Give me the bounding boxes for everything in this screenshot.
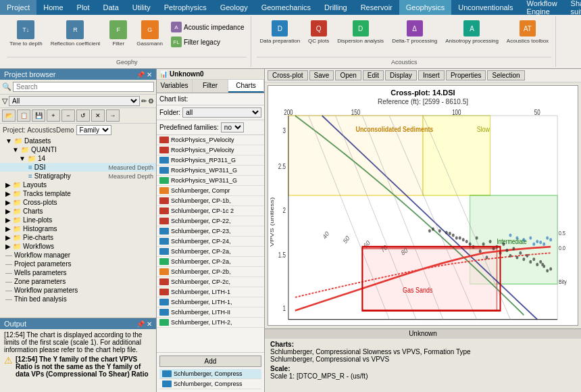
save-btn[interactable]: Save (309, 70, 334, 80)
crossplot-container[interactable]: Cross-plot: 14.DSI Reference (ft): [2599… (268, 85, 578, 326)
panel-close-btn[interactable]: ✕ (147, 71, 152, 78)
toolbar-delete-btn[interactable]: ✕ (91, 109, 105, 122)
chart-item-10[interactable]: Schlumberger, CP-24, (157, 237, 264, 247)
predef-select[interactable]: no (221, 122, 244, 132)
family-select[interactable]: Family (76, 125, 111, 135)
tab-shale-suite[interactable]: Shale suite (564, 0, 581, 15)
search-input[interactable] (13, 82, 154, 92)
tab-geology[interactable]: Geology (213, 0, 255, 15)
filter-select[interactable]: All (9, 96, 140, 106)
chart-item-17[interactable]: Schlumberger, LITH-II (157, 308, 264, 318)
chart-item-7[interactable]: Schlumberger, CP-1c 2 (157, 206, 264, 216)
ribbon-btn-qc-plots[interactable]: Q QC plots (305, 19, 332, 45)
folder-select[interactable]: all (182, 107, 261, 118)
ribbon-btn-anisotropy[interactable]: A Anisotropy processing (443, 19, 501, 45)
ribbon-btn-filter-legacy[interactable]: FL Filter legacy (168, 35, 247, 49)
tree-item-14[interactable]: ▼ 📁 14 (0, 154, 156, 163)
chart-item-15[interactable]: Schlumberger, LITH-1 (157, 287, 264, 297)
toolbar-expand-btn[interactable]: + (47, 109, 60, 122)
toolbar-collapse-btn[interactable]: − (61, 109, 75, 122)
chart-item-18[interactable]: Schlumberger, LITH-2, (157, 318, 264, 328)
ribbon-btn-filter[interactable]: F Filter (105, 19, 131, 48)
tab-workflow-engine[interactable]: Workflow Engine (520, 0, 564, 15)
plot-info-area: Cross-plot: 14.DSI Reference (ft): [2599… (265, 82, 581, 392)
chart-item-11[interactable]: Schlumberger, CP-2a, (157, 247, 264, 257)
tree-item-charts[interactable]: ▶ 📁 Charts (0, 207, 156, 216)
tab-home[interactable]: Home (36, 0, 70, 15)
tree-item-thin-bed[interactable]: — Thin bed analysis (0, 295, 156, 303)
ribbon-btn-time-to-depth[interactable]: T↓ Time to depth (7, 19, 45, 48)
tab-charts[interactable]: Charts (228, 80, 264, 93)
tab-drilling[interactable]: Drilling (318, 0, 354, 15)
chart-item-2[interactable]: RockPhysics_RP311_G (157, 155, 264, 166)
tab-unconventionals[interactable]: Unconventionals (451, 0, 520, 15)
tree-item-dsi[interactable]: ≡ DSI Measured Depth (0, 163, 156, 172)
crossplot-btn[interactable]: Cross-plot (268, 70, 308, 80)
tab-utility[interactable]: Utility (126, 0, 157, 15)
chart-item-14[interactable]: Schlumberger, CP-2c, (157, 277, 264, 287)
tab-geomechanics[interactable]: Geomechanics (255, 0, 318, 15)
output-close-btn[interactable]: ✕ (147, 320, 152, 328)
ribbon-btn-gassmann[interactable]: G Gassmann (134, 19, 166, 48)
tree-item-wells-params[interactable]: — Wells parameters (0, 268, 156, 277)
toolbar-new-btn[interactable]: 📋 (17, 109, 30, 122)
tree-item-cross-plots[interactable]: ▶ 📁 Cross-plots (0, 198, 156, 207)
panel-pin-btn[interactable]: 📌 (136, 71, 145, 78)
chart-item-12[interactable]: Schlumberger, CP-2a, (157, 257, 264, 267)
toolbar-refresh-btn[interactable]: ↺ (76, 109, 90, 122)
tree-item-quanti[interactable]: ▼ 📁 QUANTI (0, 145, 156, 154)
tab-filter[interactable]: Filter (193, 80, 228, 93)
ribbon-btn-reflection[interactable]: R Reflection coefficient (48, 19, 103, 48)
tree-item-stratigraphy[interactable]: ≡ Stratigraphy Measured Depth (0, 172, 156, 180)
selected-chart-1[interactable]: Schlumberger, Compress (159, 369, 261, 379)
chart-item-6[interactable]: Schlumberger, CP-1b, (157, 196, 264, 206)
add-chart-btn[interactable]: Add (159, 356, 261, 367)
toolbar-open-btn[interactable]: 📂 (2, 109, 16, 122)
chart-item-1[interactable]: RockPhysics_PVelocity (157, 145, 264, 155)
tree-item-workflows[interactable]: ▶ 📁 Workflows (0, 242, 156, 251)
tab-variables[interactable]: Variables (157, 80, 193, 93)
ribbon-btn-acoustic-impedance[interactable]: A Acoustic impedance (168, 20, 247, 34)
tab-project[interactable]: Project (0, 0, 36, 15)
properties-btn[interactable]: Properties (446, 70, 486, 80)
open-btn[interactable]: Open (335, 70, 361, 80)
chart-item-3[interactable]: RockPhysics_WP311_G (157, 166, 264, 176)
selected-chart-2[interactable]: Schlumberger, Compress (159, 379, 261, 389)
ribbon-btn-delta-t[interactable]: Δ Delta-T processing (389, 19, 440, 45)
toolbar-arrow-btn[interactable]: → (106, 109, 120, 122)
tab-reservoir[interactable]: Reservoir (354, 0, 399, 15)
chart-item-8[interactable]: Schlumberger, CP-22, (157, 216, 264, 226)
tree-item-pie-charts[interactable]: ▶ 📁 Pie-charts (0, 233, 156, 242)
tree-item-histograms[interactable]: ▶ 📁 Histograms (0, 224, 156, 233)
scale-value: Scale 1: [DTCO_MPS_R - (us/ft) (270, 372, 576, 380)
tree-item-workflow-manager[interactable]: — Workflow manager (0, 251, 156, 260)
tree-item-layouts[interactable]: ▶ 📁 Layouts (0, 180, 156, 189)
toolbar-save-btn[interactable]: 💾 (32, 109, 45, 122)
tab-plot[interactable]: Plot (70, 0, 97, 15)
tab-geophysics[interactable]: Geophysics (399, 0, 451, 15)
chart-item-16[interactable]: Schlumberger, LITH-1, (157, 297, 264, 308)
tree-item-workflow-params[interactable]: — Workflow parameters (0, 286, 156, 295)
tree-item-project-params[interactable]: — Project parameters (0, 260, 156, 268)
chart-item-0[interactable]: RockPhysics_PVelocity (157, 135, 264, 145)
ribbon-btn-data-prep[interactable]: D Data preparation (257, 19, 303, 45)
output-pin-btn[interactable]: 📌 (136, 320, 145, 328)
chart-item-4[interactable]: RockPhysics_WP311_G (157, 176, 264, 186)
chart-item-5[interactable]: Schlumberger, Compr (157, 186, 264, 196)
ribbon-btn-dispersion[interactable]: D Dispersion analysis (334, 19, 386, 45)
unknown-bar: Unknown (265, 328, 581, 338)
display-btn[interactable]: Display (385, 70, 417, 80)
tree-item-datasets[interactable]: ▼ 📁 Datasets (0, 137, 156, 145)
edit-btn[interactable]: Edit (363, 70, 384, 80)
tree-item-zone-params[interactable]: — Zone parameters (0, 277, 156, 286)
tab-petrophysics[interactable]: Petrophysics (157, 0, 213, 15)
insert-btn[interactable]: Insert (418, 70, 445, 80)
tree-item-tracks[interactable]: ▶ 📁 Tracks template (0, 189, 156, 198)
selection-btn[interactable]: Selection (487, 70, 524, 80)
ribbon-btn-acoustics-toolbox[interactable]: AT Acoustics toolbox (504, 19, 551, 45)
chart-list: RockPhysics_PVelocity RockPhysics_PVeloc… (157, 135, 264, 352)
chart-item-9[interactable]: Schlumberger, CP-23, (157, 226, 264, 237)
tree-item-line-plots[interactable]: ▶ 📁 Line-plots (0, 216, 156, 224)
chart-item-13[interactable]: Schlumberger, CP-2b, (157, 267, 264, 277)
tab-data[interactable]: Data (97, 0, 126, 15)
